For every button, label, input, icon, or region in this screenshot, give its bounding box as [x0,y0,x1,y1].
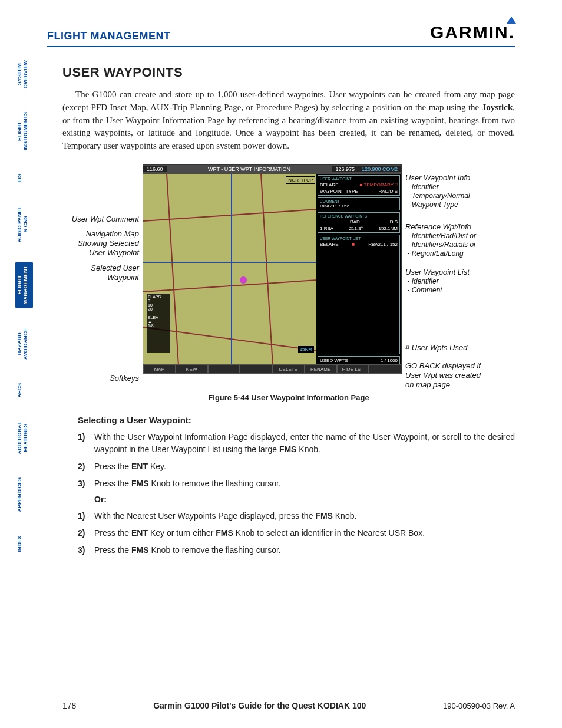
callout-left-1: Navigation MapShowing SelectedUser Waypo… [62,229,139,258]
softkey-2 [208,364,240,374]
steps-list-b: 1)With the Nearest User Waypoints Page d… [78,510,515,556]
ref-dis: 152.1NM [379,226,398,231]
nav-map: NORTH UP FLAPS01020ELEV▲1/8 15NM [143,174,318,365]
ref-rad: 211.3° [349,226,363,231]
used-val: 1 / 1000 [381,358,398,363]
intro-text-1: The G1000 can create and store up to 1,0… [62,90,515,112]
comment-title: COMMENT [320,199,398,203]
main-content: User Waypoints The G1000 can create and … [62,65,515,561]
user-waypoint-box: USER WAYPOINT BELARE■ TEMPORARY □ WAYPOI… [318,175,400,196]
sidebar-tab-8[interactable]: APPENDICES [15,474,33,516]
or-text: Or: [94,495,107,504]
comment-box: COMMENT RBA211 / 152 [318,197,400,210]
softkey-4: DELETE [272,364,305,374]
step-stepsA-0: 1)With the User Waypoint Information Pag… [78,431,515,456]
north-up-badge: NORTH UP [286,176,315,184]
fig-topbar: 116.60 WPT - USER WPT INFORMATION 126.97… [143,165,401,174]
sidebar-tab-2[interactable]: EIS [15,170,33,186]
comment-val: RBA211 / 152 [320,203,398,209]
page-title-bar: WPT - USER WPT INFORMATION [167,166,332,172]
uwp-type-label: WAYPOINT TYPE [320,189,358,194]
intro-paragraph: The G1000 can create and store up to 1,0… [62,88,515,153]
figure-caption: Figure 5-44 User Waypoint Information Pa… [62,393,515,402]
uwp-ident: BELARE [320,182,339,187]
sidebar-tab-5[interactable]: HAZARDAVOIDANCE [15,325,33,363]
section-title: User Waypoints [62,65,515,80]
callout-right-1: Reference Wpt/Info - Identifier/Rad/Dist… [405,222,520,258]
page-number: 178 [62,701,76,710]
sidebar-tab-4[interactable]: FLIGHTMANAGEMENT [15,262,33,308]
sidebar-tab-3[interactable]: AUDIO PANEL& CNS [15,203,33,246]
softkey-5: RENAME [305,364,337,374]
step-stepsB-0: 1)With the Nearest User Waypoints Page d… [78,510,515,522]
page-footer: 178 Garmin G1000 Pilot's Guide for the Q… [62,701,515,710]
sidebar-tab-9[interactable]: INDEX [15,532,33,556]
sidebar-tabs: SYSTEMOVERVIEWFLIGHTINSTRUMENTSEISAUDIO … [15,57,33,555]
softkey-1: NEW [176,364,208,374]
callout-left-2: Selected UserWaypoint [62,263,139,283]
sidebar-tab-6[interactable]: AFCS [15,380,33,401]
softkey-0: MAP [143,364,176,374]
ref-title: REFERENCE WAYPOINTS [320,214,398,218]
step-stepsB-1: 2)Press the ENT Key or turn either FMS K… [78,527,515,539]
map-range: 15NM [298,346,314,353]
or-separator: Or: [94,495,515,504]
fig-right-panel: USER WAYPOINT BELARE■ TEMPORARY □ WAYPOI… [316,174,401,365]
uwp-temp: TEMPORARY [364,182,394,187]
used-label: USED WPTS [320,358,348,363]
callout-right-3: # User Wpts Used [405,343,520,353]
intro-bold: Joystick [482,103,513,112]
header-title: FLIGHT MANAGEMENT [47,30,170,42]
wpt-list-box: USER WAYPOINT LIST BELARE■RBA211 / 152 [318,235,400,354]
sidebar-tab-0[interactable]: SYSTEMOVERVIEW [15,57,33,92]
logo-text: GARMIN [430,22,509,42]
softkey-row: MAPNEWDELETERENAMEHIDE LST [143,364,401,374]
step-stepsA-1: 2)Press the ENT Key. [78,460,515,473]
list-title: USER WAYPOINT LIST [320,236,398,241]
sidebar-tab-1[interactable]: FLIGHTINSTRUMENTS [15,108,33,154]
footer-revision: 190-00590-03 Rev. A [443,701,515,710]
callout-right-0: User Waypoint Info - Identifier - Tempor… [405,173,520,209]
callout-left-3: Softkeys [62,374,139,383]
figure-5-44: 116.60 WPT - USER WPT INFORMATION 126.97… [62,164,515,388]
freq-r1: 126.975 [332,166,358,172]
step-stepsB-2: 3)Press the FMS Knob to remove the flash… [78,544,515,556]
ref-ident: 1 RBA [320,226,333,231]
uwp-type: RAD/DIS [379,189,398,194]
freq-left: 116.60 [143,166,167,172]
steps-list-a: 1)With the User Waypoint Information Pag… [78,431,515,490]
uwp-title: USER WAYPOINT [320,177,398,181]
svg-point-0 [240,276,247,284]
step-stepsA-2: 3)Press the FMS Knob to remove the flash… [78,477,515,490]
ref-col-dis: DIS [390,219,398,225]
softkey-3 [240,364,272,374]
callout-right-2: User Waypoint List - Identifier - Commen… [405,268,520,295]
list-ident: BELARE [320,242,339,247]
callout-left-0: User Wpt Comment [62,215,139,224]
ref-wpt-box: REFERENCE WAYPOINTS RADDIS 1 RBA211.3°15… [318,212,400,233]
callout-right-4: GO BACK displayed ifUser Wpt was created… [405,361,520,390]
map-scale-elev: FLAPS01020ELEV▲1/8 [147,294,170,353]
list-comment: RBA211 / 152 [368,242,398,247]
page-header: FLIGHT MANAGEMENT GARMIN. [47,22,515,47]
figure-screenshot: 116.60 WPT - USER WPT INFORMATION 126.97… [143,164,402,374]
softkey-6: HIDE LST [337,364,369,374]
sidebar-tab-7[interactable]: ADDITIONALFEATURES [15,418,33,458]
footer-title: Garmin G1000 Pilot's Guide for the Quest… [153,701,366,710]
freq-r2: 120.900 COM2 [358,166,401,172]
softkey-7 [369,364,401,374]
procedure-heading: Selecting a User Waypoint: [78,415,515,425]
logo-triangle-icon [507,17,516,24]
garmin-logo: GARMIN. [430,22,515,42]
used-wpts-box: USED WPTS 1 / 1000 [318,356,400,365]
ref-col-rad: RAD [350,219,360,225]
